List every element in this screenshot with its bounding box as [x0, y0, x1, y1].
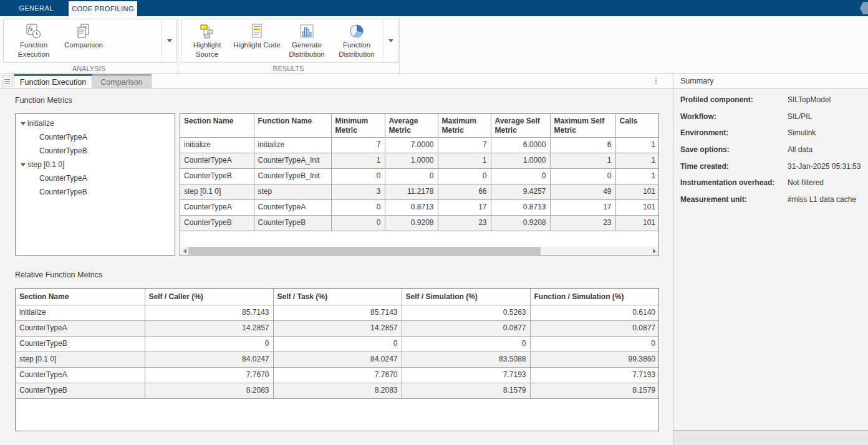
table-cell[interactable]: CounterTypeA: [16, 320, 145, 336]
table-cell[interactable]: 11.2178: [385, 184, 438, 199]
table-cell[interactable]: 0: [491, 168, 550, 184]
table-cell[interactable]: initialize: [180, 137, 254, 153]
table-cell[interactable]: 7: [438, 137, 491, 153]
table-cell[interactable]: 7.7193: [402, 367, 530, 383]
table-row[interactable]: step [0.1 0]step311.2178669.425749101: [180, 184, 659, 199]
column-header[interactable]: Maximum Self Metric: [550, 114, 615, 137]
table-cell[interactable]: 8.2083: [273, 383, 402, 398]
table-cell[interactable]: 85.7143: [273, 305, 402, 320]
table-row[interactable]: CounterTypeBCounterTypeB_Init000001: [180, 168, 659, 184]
table-cell[interactable]: 6.0000: [491, 137, 550, 153]
column-header[interactable]: Average Self Metric: [491, 114, 550, 137]
table-cell[interactable]: initialize: [16, 305, 145, 320]
table-cell[interactable]: 83.5088: [402, 352, 530, 367]
table-cell[interactable]: 101: [615, 199, 659, 215]
table-cell[interactable]: 0.5263: [402, 305, 530, 320]
panel-actions-button[interactable]: ⋮: [650, 75, 662, 87]
table-cell[interactable]: 7.7670: [273, 367, 402, 383]
table-row[interactable]: CounterTypeA14.285714.28570.08770.0877: [16, 320, 659, 336]
table-cell[interactable]: initialize: [254, 137, 331, 153]
table-row[interactable]: step [0.1 0]84.024784.024783.508899.3860: [16, 352, 659, 367]
table-row[interactable]: CounterTypeA7.76707.76707.71937.7193: [16, 367, 659, 383]
tree-node[interactable]: step [0.1 0]: [16, 158, 175, 171]
table-row[interactable]: initialize85.714385.71430.52630.6140: [16, 305, 659, 320]
column-header[interactable]: Self / Caller (%): [145, 289, 273, 305]
table-cell[interactable]: 0: [331, 215, 385, 231]
table-cell[interactable]: 8.1579: [530, 383, 659, 398]
table-cell[interactable]: 23: [550, 215, 615, 231]
table-cell[interactable]: 84.0247: [273, 352, 402, 367]
table-cell[interactable]: 0: [145, 336, 273, 352]
table-cell[interactable]: CounterTypeB_Init: [254, 168, 331, 184]
results-more-button[interactable]: [383, 20, 398, 62]
table-cell[interactable]: 14.2857: [145, 320, 273, 336]
table-cell[interactable]: 1.0000: [491, 153, 550, 168]
table-cell[interactable]: CounterTypeB: [180, 168, 254, 184]
table-cell[interactable]: CounterTypeA: [254, 199, 331, 215]
generate-distribution-button[interactable]: Generate Distribution: [282, 23, 332, 62]
table-cell[interactable]: CounterTypeB: [180, 215, 254, 231]
table-cell[interactable]: 0: [438, 168, 491, 184]
table-cell[interactable]: 0: [530, 336, 659, 352]
scrollbar-track[interactable]: [188, 247, 650, 255]
table-cell[interactable]: CounterTypeB: [16, 383, 145, 398]
table-row[interactable]: initializeinitialize77.000076.000061: [180, 137, 659, 153]
tab-general[interactable]: GENERAL: [6, 0, 66, 16]
table-cell[interactable]: 23: [438, 215, 491, 231]
table-row[interactable]: CounterTypeB8.20838.20838.15798.1579: [16, 383, 659, 398]
table-cell[interactable]: 7.7193: [530, 367, 659, 383]
table-cell[interactable]: 14.2857: [273, 320, 402, 336]
table-row[interactable]: CounterTypeACounterTypeA00.8713170.87131…: [180, 199, 659, 215]
table-cell[interactable]: 8.2083: [145, 383, 273, 398]
table-cell[interactable]: 9.4257: [491, 184, 550, 199]
table-cell[interactable]: 1: [438, 153, 491, 168]
table-cell[interactable]: 99.3860: [530, 352, 659, 367]
column-header[interactable]: Function Name: [254, 114, 331, 137]
table-row[interactable]: CounterTypeB0000: [16, 336, 659, 352]
table-cell[interactable]: 6: [550, 137, 615, 153]
table-cell[interactable]: 0.9208: [385, 215, 438, 231]
doc-tab-function-execution[interactable]: Function Execution: [14, 74, 92, 88]
table-cell[interactable]: 17: [550, 199, 615, 215]
table-row[interactable]: CounterTypeBCounterTypeB00.9208230.92082…: [180, 215, 659, 231]
column-header[interactable]: Calls: [615, 114, 659, 137]
table-cell[interactable]: 101: [615, 184, 659, 199]
highlight-source-button[interactable]: Highlight Source: [182, 23, 232, 62]
horizontal-scrollbar[interactable]: [181, 247, 658, 255]
table-cell[interactable]: 3: [331, 184, 385, 199]
column-header[interactable]: Self / Simulation (%): [402, 289, 530, 305]
column-header[interactable]: Self / Task (%): [273, 289, 402, 305]
table-cell[interactable]: step [0.1 0]: [180, 184, 254, 199]
table-cell[interactable]: CounterTypeA: [16, 367, 145, 383]
table-cell[interactable]: 0: [273, 336, 402, 352]
table-cell[interactable]: CounterTypeA: [180, 199, 254, 215]
caret-icon[interactable]: [21, 122, 26, 125]
column-header[interactable]: Minimum Metric: [331, 114, 385, 137]
table-cell[interactable]: step: [254, 184, 331, 199]
scroll-right-button[interactable]: [650, 247, 658, 255]
table-cell[interactable]: 0: [385, 168, 438, 184]
caret-icon[interactable]: [21, 163, 26, 166]
tree-node[interactable]: CounterTypeB: [16, 144, 175, 158]
table-cell[interactable]: 1: [615, 168, 659, 184]
panel-menu-button[interactable]: [2, 75, 12, 87]
table-cell[interactable]: 1: [550, 153, 615, 168]
table-cell[interactable]: 1: [615, 153, 659, 168]
comparison-button[interactable]: Comparison: [59, 23, 109, 62]
table-cell[interactable]: 0: [402, 336, 530, 352]
tree-node[interactable]: CounterTypeA: [16, 171, 175, 185]
collapse-ribbon-arrow-icon[interactable]: [860, 2, 868, 14]
table-cell[interactable]: 1: [615, 137, 659, 153]
table-cell[interactable]: 8.1579: [402, 383, 530, 398]
table-cell[interactable]: 85.7143: [145, 305, 273, 320]
table-cell[interactable]: 0.9208: [491, 215, 550, 231]
table-cell[interactable]: 1: [331, 153, 385, 168]
table-cell[interactable]: 0: [331, 168, 385, 184]
column-header[interactable]: Average Metric: [385, 114, 438, 137]
table-cell[interactable]: 7: [331, 137, 385, 153]
column-header[interactable]: Function / Simulation (%): [530, 289, 659, 305]
table-row[interactable]: CounterTypeACounterTypeA_Init11.000011.0…: [180, 153, 659, 168]
table-cell[interactable]: 1.0000: [385, 153, 438, 168]
highlight-code-button[interactable]: Highlight Code: [232, 23, 282, 62]
table-cell[interactable]: 0.0877: [530, 320, 659, 336]
